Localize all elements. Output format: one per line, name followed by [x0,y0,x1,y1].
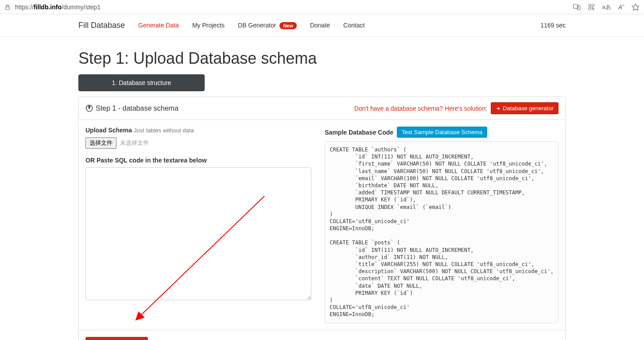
panel-heading: Step 1 - database schema Don't have a da… [79,97,565,120]
browser-tools: aあ A» [573,3,640,11]
sample-code-block: CREATE TABLE `authors` ( `id` INT(11) NO… [325,141,559,323]
paste-sql-label: OR Paste SQL code in the textarea below [85,157,311,164]
favorite-icon[interactable] [632,3,640,11]
nav-my-projects[interactable]: My Projects [186,15,231,35]
arrow-right-icon [496,106,501,111]
nav-generate-data[interactable]: Generate Data [132,15,186,35]
nav-links: Generate Data My Projects DB Generator N… [132,15,540,35]
test-sample-schema-button[interactable]: Test Sample Database Schema [397,127,487,138]
svg-rect-3 [589,4,591,7]
browser-address-bar: https://filldb.info/dummy/step1 aあ A» [0,0,644,14]
lock-icon [4,4,11,10]
svg-rect-4 [592,4,594,7]
upload-schema-label-text: Upload Schema [85,127,132,134]
url-display[interactable]: https://filldb.info/dummy/step1 [15,4,568,11]
file-status: 未选择文件 [120,139,149,146]
upload-schema-hint: Just tables without data [134,127,194,134]
no-schema-text: Don't have a database schema? Here's sol… [354,105,487,112]
database-generator-label: Database generator [503,105,554,112]
upload-icon [85,104,93,112]
session-timer: 1169 sec [540,15,566,35]
nav-contact[interactable]: Contact [337,15,371,35]
panel-footer: Submit Schema [79,330,565,340]
svg-rect-7 [593,9,594,10]
new-badge: New [279,22,297,29]
svg-rect-6 [592,8,593,8]
page-title: Step 1: Upload Database schema [78,49,566,68]
url-path: /dummy/step1 [62,4,101,11]
nav-donate[interactable]: Donate [303,15,337,35]
schema-panel: Step 1 - database schema Don't have a da… [78,97,566,340]
sample-code-title: Sample Database Code [325,129,393,136]
nav-db-generator[interactable]: DB Generator New [231,15,303,35]
main-header: Fill Database Generate Data My Projects … [0,14,644,37]
brand[interactable]: Fill Database [78,21,132,30]
svg-rect-2 [578,6,580,10]
devices-icon[interactable] [573,3,581,11]
url-scheme: https:// [15,4,34,11]
svg-rect-5 [589,8,591,10]
step-tab-1[interactable]: 1. Database structure [78,74,205,91]
panel-body: Upload Schema Just tables without data 选… [79,120,565,330]
svg-marker-8 [632,4,639,10]
sql-textarea[interactable] [85,167,311,300]
panel-heading-text: Step 1 - database schema [96,104,178,112]
url-host: filldb.info [34,4,62,11]
database-generator-button[interactable]: Database generator [491,102,559,114]
upload-schema-label: Upload Schema Just tables without data [85,127,311,134]
choose-file-button[interactable]: 选择文件 [85,137,116,149]
svg-rect-0 [6,7,9,9]
qr-icon[interactable] [588,4,595,11]
submit-schema-button[interactable]: Submit Schema [85,337,148,340]
read-aloud-icon[interactable]: A» [618,3,625,11]
translate-icon[interactable]: aあ [602,3,611,11]
nav-db-generator-label: DB Generator [238,22,276,29]
